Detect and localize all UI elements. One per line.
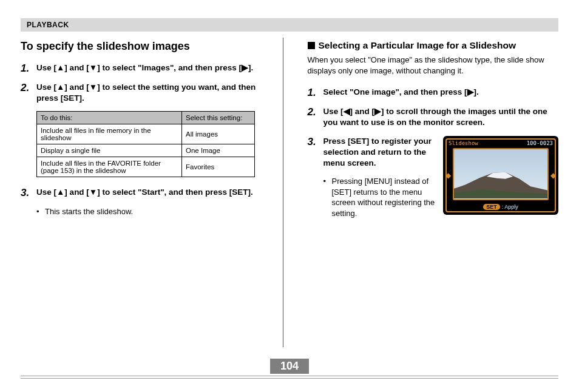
right-subhead: Selecting a Particular Image for a Slide… xyxy=(308,40,559,51)
subhead-text: Selecting a Particular Image for a Slide… xyxy=(319,40,516,50)
step-text: Use [▲] and [▼] to select "Start", and t… xyxy=(36,187,253,199)
apply-label: : Apply xyxy=(502,204,518,210)
table-cell: Favorites xyxy=(182,157,255,177)
table-row: Display a single file One Image xyxy=(37,144,255,157)
rule xyxy=(21,378,558,379)
step-number: 3. xyxy=(308,136,323,169)
page: PLAYBACK To specify the slideshow images… xyxy=(0,0,579,392)
rule xyxy=(21,376,558,376)
step-3: 3. Use [▲] and [▼] to select "Start", an… xyxy=(21,187,272,199)
page-number: 104 xyxy=(270,359,309,374)
camera-mode-label: Slideshow xyxy=(449,140,478,146)
columns: To specify the slideshow images 1. Use [… xyxy=(21,40,558,347)
step-number: 2. xyxy=(308,106,323,128)
table-row: Include all files in the FAVORITE folder… xyxy=(37,157,255,177)
table-cell: One Image xyxy=(182,144,255,157)
table-cell: Display a single file xyxy=(37,144,182,157)
table-cell: Include all files in the FAVORITE folder… xyxy=(37,157,182,177)
set-pill: SET xyxy=(483,204,500,210)
table-cell: Include all files in file memory in the … xyxy=(37,124,182,144)
bullet-dot: • xyxy=(36,206,45,217)
camera-topbar: Slideshow 100-0023 xyxy=(447,140,555,147)
left-title: To specify the slideshow images xyxy=(21,40,272,53)
bullet-text: This starts the slideshow. xyxy=(45,206,133,217)
bullet-dot: • xyxy=(323,176,332,218)
step-2: 2. Use [▲] and [▼] to select the setting… xyxy=(21,82,272,104)
step-number: 3. xyxy=(21,187,36,199)
step-1: 1. Use [▲] and [▼] to select "Images", a… xyxy=(21,63,272,75)
settings-table: To do this: Select this setting: Include… xyxy=(36,111,255,177)
square-icon xyxy=(308,42,315,49)
step-text: Select "One image", and then press [▶]. xyxy=(323,87,479,99)
table-header: To do this: xyxy=(37,112,182,124)
step-number: 1. xyxy=(21,63,36,75)
r-step-2: 2. Use [◀] and [▶] to scroll through the… xyxy=(308,106,559,128)
r-step-3-bullet: • Pressing [MENU] instead of [SET] retur… xyxy=(323,176,445,218)
camera-screenshot: Slideshow 100-0023 xyxy=(443,136,558,215)
step-text: Use [◀] and [▶] to scroll through the im… xyxy=(323,106,559,128)
left-column: To specify the slideshow images 1. Use [… xyxy=(21,40,277,347)
camera-bottombar: SET: Apply xyxy=(447,204,555,210)
page-number-wrap: 104 xyxy=(0,359,579,374)
step-text: Use [▲] and [▼] to select the setting yo… xyxy=(36,82,272,104)
bullet-text: Pressing [MENU] instead of [SET] returns… xyxy=(332,176,445,218)
table-row: Include all files in file memory in the … xyxy=(37,124,255,144)
footer-rules xyxy=(0,376,579,379)
section-header: PLAYBACK xyxy=(21,18,558,32)
step-text: Use [▲] and [▼] to select "Images", and … xyxy=(36,63,253,75)
step-3-bullet: • This starts the slideshow. xyxy=(36,206,272,217)
step-number: 1. xyxy=(308,87,323,99)
right-column: Selecting a Particular Image for a Slide… xyxy=(290,40,559,347)
step-number: 2. xyxy=(21,82,36,104)
r-step-3-wrap: 3. Press [SET] to register your selectio… xyxy=(308,136,559,219)
table-header-row: To do this: Select this setting: xyxy=(37,112,255,124)
column-divider xyxy=(283,38,283,347)
table-cell: All images xyxy=(182,124,255,144)
r-step-1: 1. Select "One image", and then press [▶… xyxy=(308,87,559,99)
table-header: Select this setting: xyxy=(182,112,255,124)
camera-handles: ◆◆ xyxy=(445,171,556,180)
camera-frame: Slideshow 100-0023 xyxy=(445,138,556,212)
right-intro: When you select "One image" as the slide… xyxy=(308,55,559,76)
step-text: Press [SET] to register your selection a… xyxy=(323,136,439,169)
camera-counter: 100-0023 xyxy=(527,140,553,146)
